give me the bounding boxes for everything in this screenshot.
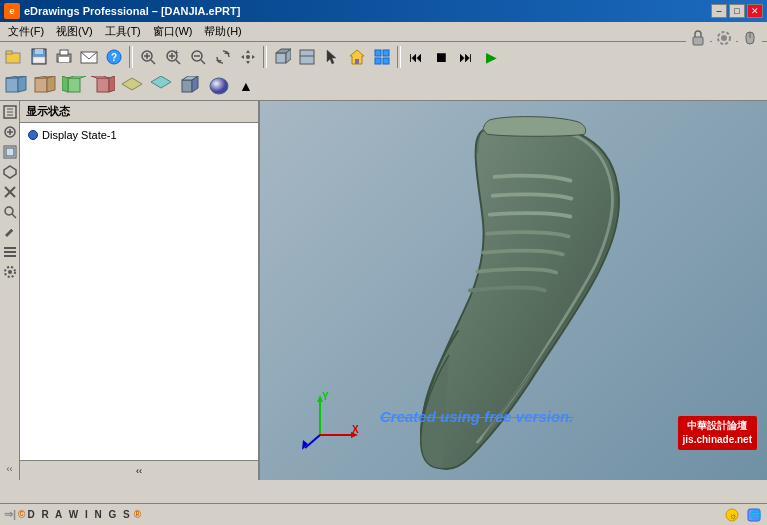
svg-marker-74: [4, 166, 16, 178]
svg-rect-30: [276, 53, 286, 63]
svg-text:?: ?: [111, 52, 117, 63]
status-icon-1[interactable]: ☼: [723, 506, 741, 524]
panel-spacer: [20, 296, 258, 461]
close-button[interactable]: ✕: [747, 4, 763, 18]
sidebar-btn-1[interactable]: [1, 103, 19, 121]
menu-bar: 文件(F) 视图(V) 工具(T) 窗口(W) 帮助(H): [0, 22, 767, 42]
view-flat-button[interactable]: [295, 45, 319, 69]
svg-marker-55: [68, 76, 86, 78]
settings-icon[interactable]: [712, 26, 736, 50]
prev-button[interactable]: ⏮: [404, 45, 428, 69]
svg-marker-58: [91, 76, 109, 78]
svg-marker-26: [246, 61, 250, 64]
svg-text:🌐: 🌐: [750, 509, 762, 521]
help-button[interactable]: ?: [102, 45, 126, 69]
menu-file[interactable]: 文件(F): [2, 22, 50, 41]
title-left: e eDrawings Professional – [DANJIA.ePRT]: [4, 3, 240, 19]
email-button[interactable]: [77, 45, 101, 69]
separator1: [129, 46, 133, 68]
separator3: [397, 46, 401, 68]
view-back[interactable]: [31, 74, 59, 98]
zoom-fit-button[interactable]: [136, 45, 160, 69]
main-area: ‹‹ 显示状态 Display State-1 ‹‹: [0, 101, 767, 480]
svg-marker-27: [241, 55, 244, 59]
svg-rect-82: [4, 255, 16, 257]
view3-button[interactable]: [370, 45, 394, 69]
refresh-button[interactable]: [211, 45, 235, 69]
menu-help[interactable]: 帮助(H): [198, 22, 247, 41]
zoom-in-button[interactable]: +: [161, 45, 185, 69]
svg-rect-3: [35, 49, 43, 54]
status-right-icons: ☼ 🌐: [723, 506, 763, 524]
status-edrawings: ⇒| © D R A W I N G S ®: [4, 508, 141, 521]
print-button[interactable]: [52, 45, 76, 69]
title-text: eDrawings Professional – [DANJIA.ePRT]: [24, 5, 240, 17]
svg-rect-39: [383, 50, 389, 56]
svg-point-77: [5, 207, 13, 215]
lock-icon[interactable]: [686, 26, 710, 50]
panel-collapse-button[interactable]: ‹‹: [20, 460, 258, 480]
sidebar-btn-search[interactable]: [1, 203, 19, 221]
display-state-item[interactable]: Display State-1: [24, 127, 254, 143]
view-shaded[interactable]: [205, 74, 233, 98]
svg-rect-42: [693, 37, 703, 45]
save-button[interactable]: [27, 45, 51, 69]
sidebar-btn-2[interactable]: [1, 123, 19, 141]
maximize-button[interactable]: □: [729, 4, 745, 18]
view-right[interactable]: [89, 74, 117, 98]
play-button[interactable]: ▶: [479, 45, 503, 69]
view-up-button[interactable]: ▲: [234, 74, 258, 98]
menu-tools[interactable]: 工具(T): [99, 22, 147, 41]
view-left[interactable]: [60, 74, 88, 98]
sidebar-btn-3[interactable]: [1, 143, 19, 161]
view-top[interactable]: [118, 74, 146, 98]
pan-button[interactable]: [236, 45, 260, 69]
toolbar-right-icons: [686, 26, 762, 50]
viewport[interactable]: Y X Created using free version. 中華設計論壇 j…: [260, 101, 767, 480]
sidebar-btn-edit[interactable]: [1, 223, 19, 241]
menu-view[interactable]: 视图(V): [50, 22, 99, 41]
view-isometric[interactable]: [176, 74, 204, 98]
svg-rect-50: [35, 78, 47, 92]
open-button[interactable]: [2, 45, 26, 69]
svg-rect-47: [6, 78, 18, 92]
svg-rect-80: [4, 247, 16, 249]
sidebar-btn-settings[interactable]: [1, 263, 19, 281]
svg-point-64: [210, 78, 228, 94]
svg-marker-25: [246, 50, 250, 53]
zoom-out-button[interactable]: [186, 45, 210, 69]
svg-rect-33: [300, 50, 314, 64]
sidebar-btn-5[interactable]: [1, 183, 19, 201]
svg-line-91: [305, 435, 320, 448]
svg-rect-41: [383, 58, 389, 64]
svg-rect-61: [182, 80, 192, 92]
view-bottom[interactable]: [147, 74, 175, 98]
stop-button[interactable]: ⏹: [429, 45, 453, 69]
toolbar-row2: ▲: [0, 72, 767, 100]
sidebar-btn-list[interactable]: [1, 243, 19, 261]
axis-indicator: Y X: [300, 390, 360, 450]
panel-content: Display State-1: [20, 123, 258, 296]
select-button[interactable]: [320, 45, 344, 69]
svg-line-21: [201, 60, 205, 64]
minimize-button[interactable]: –: [711, 4, 727, 18]
sidebar-collapse-btn[interactable]: ‹‹: [1, 460, 19, 478]
mouse-icon[interactable]: [738, 26, 762, 50]
svg-rect-53: [68, 78, 80, 92]
sidebar-btn-4[interactable]: [1, 163, 19, 181]
svg-rect-56: [97, 78, 109, 92]
status-bar: ⇒| © D R A W I N G S ® ☼ 🌐: [0, 503, 767, 525]
status-icon-2[interactable]: 🌐: [745, 506, 763, 524]
next-button[interactable]: ⏭: [454, 45, 478, 69]
panel-header: 显示状态: [20, 101, 258, 123]
svg-point-43: [721, 35, 727, 41]
svg-text:☼: ☼: [729, 511, 737, 521]
menu-window[interactable]: 窗口(W): [147, 22, 199, 41]
view-cube-button[interactable]: [270, 45, 294, 69]
svg-text:+: +: [174, 48, 179, 57]
svg-rect-1: [6, 51, 12, 54]
home-button[interactable]: [345, 45, 369, 69]
svg-rect-4: [33, 57, 45, 63]
view-front[interactable]: [2, 74, 30, 98]
svg-marker-57: [109, 76, 115, 92]
